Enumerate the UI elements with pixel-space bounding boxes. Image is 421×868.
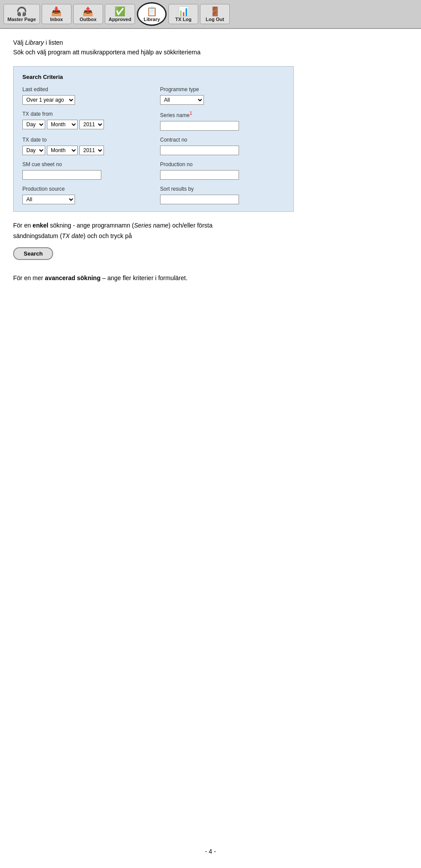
criteria-grid: Last edited Over 1 year ago 6 months ago…: [22, 86, 285, 204]
desc-line2: sändningsdatum (TX date) och och tryck p…: [13, 231, 408, 242]
desc-italic-series: Series name: [134, 222, 169, 229]
log-out-icon: 🚪: [210, 6, 221, 17]
approved-icon: ✅: [114, 6, 125, 17]
input-series-name[interactable]: [160, 121, 239, 131]
headphones-icon: 🎧: [16, 6, 27, 17]
select-programme-type[interactable]: All: [160, 95, 204, 105]
library-icon: 📋: [146, 6, 157, 17]
input-sort-results-by[interactable]: [160, 195, 239, 204]
label-sm-cue-sheet-no: SM cue sheet no: [22, 161, 147, 167]
field-last-edited: Last edited Over 1 year ago 6 months ago…: [22, 86, 147, 105]
input-sm-cue-sheet-no[interactable]: [22, 170, 101, 180]
row-programme-type: All: [160, 95, 285, 105]
label-series-name: Series name1: [160, 111, 285, 118]
field-contract-no: Contract no: [160, 137, 285, 155]
field-series-name: Series name1: [160, 111, 285, 131]
nav-inbox[interactable]: 📥 Inbox: [42, 4, 71, 24]
nav-approved[interactable]: ✅ Approved: [105, 4, 135, 24]
nav-library[interactable]: 📋 Library: [137, 2, 167, 26]
select-production-source[interactable]: All: [22, 195, 75, 204]
input-production-no[interactable]: [160, 170, 239, 180]
advanced-line: För en mer avancerad sökning – ange fler…: [13, 273, 408, 284]
advanced-text: För en mer avancerad sökning – ange fler…: [13, 273, 408, 284]
label-production-source: Production source: [22, 186, 147, 192]
advanced-bold: avancerad sökning: [45, 274, 100, 281]
nav-log-out-label: Log Out: [206, 17, 224, 22]
field-sm-cue-sheet-no: SM cue sheet no: [22, 161, 147, 180]
field-production-source: Production source All: [22, 186, 147, 204]
intro-line1: Välj Library i listen: [13, 38, 408, 47]
nav-log-out[interactable]: 🚪 Log Out: [200, 4, 230, 24]
page-number: - 4 -: [205, 848, 216, 855]
nav-tx-log[interactable]: 📊 TX Log: [168, 4, 198, 24]
nav-outbox[interactable]: 📤 Outbox: [73, 4, 103, 24]
field-tx-date-from: TX date from Day Month 2011: [22, 111, 147, 131]
label-sort-results-by: Sort results by: [160, 186, 285, 192]
desc-bold-enkel: enkel: [32, 222, 48, 229]
tx-log-icon: 📊: [178, 6, 189, 17]
label-programme-type: Programme type: [160, 86, 285, 92]
row-last-edited: Over 1 year ago 6 months ago 3 months ag…: [22, 95, 147, 105]
input-contract-no[interactable]: [160, 146, 239, 155]
description-text: För en enkel sökning - ange programnamn …: [13, 221, 408, 242]
search-criteria-title: Search Criteria: [22, 74, 285, 80]
select-tx-from-month[interactable]: Month: [47, 120, 78, 129]
label-tx-date-from: TX date from: [22, 111, 147, 117]
field-tx-date-to: TX date to Day Month 2011: [22, 137, 147, 155]
search-criteria-box: Search Criteria Last edited Over 1 year …: [13, 66, 294, 212]
nav-library-label: Library: [144, 17, 160, 22]
nav-inbox-label: Inbox: [50, 17, 63, 22]
desc-italic-txdate: TX date: [62, 232, 83, 239]
label-tx-date-to: TX date to: [22, 137, 147, 143]
row-production-source: All: [22, 195, 147, 204]
outbox-icon: 📤: [82, 6, 93, 17]
field-production-no: Production no: [160, 161, 285, 180]
series-name-superscript: 1: [189, 111, 192, 116]
select-last-edited[interactable]: Over 1 year ago 6 months ago 3 months ag…: [22, 95, 75, 105]
select-tx-to-month[interactable]: Month: [47, 146, 78, 155]
search-button[interactable]: Search: [13, 247, 53, 260]
intro-line2: Sök och välj program att musikrapportera…: [13, 47, 408, 57]
navigation-bar: 🎧 Master Page 📥 Inbox 📤 Outbox ✅ Approve…: [0, 0, 421, 29]
desc-line1: För en enkel sökning - ange programnamn …: [13, 221, 408, 231]
select-tx-from-day[interactable]: Day: [22, 120, 45, 129]
select-tx-from-year[interactable]: 2011: [79, 120, 104, 129]
nav-outbox-label: Outbox: [80, 17, 97, 22]
label-production-no: Production no: [160, 161, 285, 167]
inbox-icon: 📥: [51, 6, 62, 17]
label-contract-no: Contract no: [160, 137, 285, 143]
row-tx-date-from: Day Month 2011: [22, 120, 147, 129]
field-programme-type: Programme type All: [160, 86, 285, 105]
nav-master-page[interactable]: 🎧 Master Page: [4, 4, 40, 24]
select-tx-to-year[interactable]: 2011: [79, 146, 104, 155]
intro-text: Välj Library i listen Sök och välj progr…: [13, 38, 408, 57]
label-last-edited: Last edited: [22, 86, 147, 92]
row-tx-date-to: Day Month 2011: [22, 146, 147, 155]
nav-master-page-label: Master Page: [7, 17, 36, 22]
main-content: Välj Library i listen Sök och välj progr…: [0, 29, 421, 292]
field-sort-results-by: Sort results by: [160, 186, 285, 204]
select-tx-to-day[interactable]: Day: [22, 146, 45, 155]
nav-tx-log-label: TX Log: [175, 17, 192, 22]
nav-approved-label: Approved: [109, 17, 131, 22]
intro-italic-library: Library: [25, 39, 44, 46]
